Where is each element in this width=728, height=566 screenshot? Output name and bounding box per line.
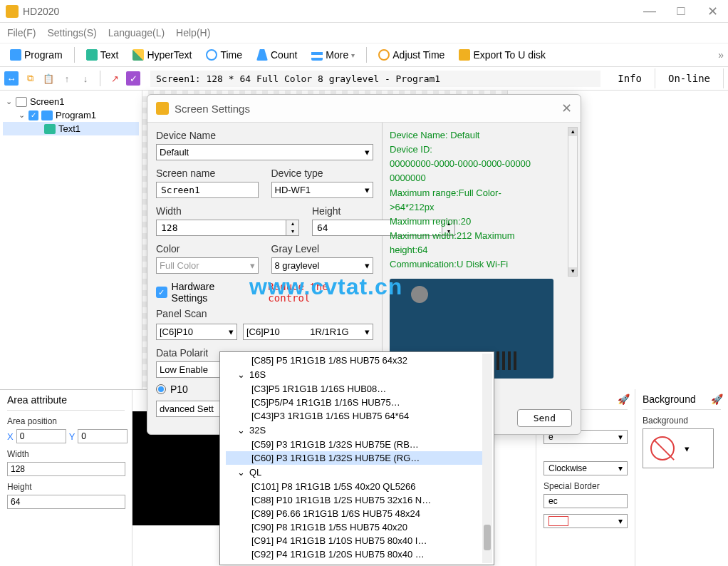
app-title: HD2020 bbox=[23, 6, 640, 17]
border-style-select[interactable]: ▾ bbox=[544, 514, 628, 528]
panel-scan-dropdown[interactable]: [C85] P5 1R1G1B 1/8S HUB75 64x32 ⌄16S [C… bbox=[219, 351, 494, 565]
count-button[interactable]: Count bbox=[251, 46, 303, 63]
disk-icon bbox=[459, 49, 470, 61]
panel-scan-a-select[interactable]: [C6]P10▾ bbox=[156, 324, 237, 340]
dd-item[interactable]: [C93] P10 1R1G1B 1/4S HUB75 32x16 N… bbox=[226, 561, 488, 565]
chevron-down-icon[interactable]: ⌄ bbox=[6, 97, 13, 106]
tb2-copy[interactable]: ⧉ bbox=[23, 71, 37, 86]
dd-group-32s[interactable]: ⌄32S bbox=[226, 423, 488, 438]
color-select[interactable]: Full Color▾ bbox=[156, 257, 259, 274]
device-type-select[interactable]: HD-WF1▾ bbox=[271, 182, 374, 198]
panel-scan-b-select[interactable]: [C6]P101R/1R1G▾ bbox=[243, 324, 373, 340]
menu-settings[interactable]: Settings(S) bbox=[47, 27, 96, 38]
area-position-label: Area position bbox=[7, 416, 125, 426]
tree-screen[interactable]: ⌄ Screen1 bbox=[3, 95, 139, 108]
screen-name-input[interactable] bbox=[156, 182, 259, 198]
dd-item[interactable]: [C101] P8 1R1G1B 1/5S 40x20 QL5266 bbox=[226, 480, 488, 493]
minimize-button[interactable]: — bbox=[640, 4, 660, 19]
ec-select[interactable]: ec bbox=[544, 494, 628, 508]
tb2-exit[interactable]: ↗ bbox=[108, 71, 122, 86]
no-background-icon[interactable] bbox=[650, 436, 675, 460]
p10-radio[interactable] bbox=[156, 384, 166, 394]
adjust-time-button[interactable]: Adjust Time bbox=[373, 46, 450, 63]
dd-item-selected[interactable]: [C60] P3 1R1G1B 1/32S HUB75E (RG… bbox=[226, 451, 488, 465]
height-input[interactable] bbox=[7, 495, 125, 509]
background-panel: Background🚀 Background ▾ bbox=[635, 389, 728, 566]
info-scrollbar[interactable]: ▴▾ bbox=[568, 127, 578, 277]
dd-item[interactable]: [C59] P3 1R1G1B 1/32S HUB75E (RB… bbox=[226, 438, 488, 451]
rocket-icon[interactable]: 🚀 bbox=[618, 393, 628, 403]
p10-label: P10 bbox=[170, 384, 188, 395]
rocket-icon[interactable]: 🚀 bbox=[711, 393, 721, 403]
separator bbox=[366, 47, 367, 63]
x-input[interactable] bbox=[16, 429, 66, 443]
tree-program[interactable]: ⌄ ✓ Program1 bbox=[3, 108, 139, 122]
dd-item[interactable]: [C90] P8 1R1G1B 1/5S HUB75 40x20 bbox=[226, 520, 488, 534]
width-label: Width bbox=[7, 449, 125, 459]
dialog-icon bbox=[156, 102, 169, 115]
dd-item[interactable]: [C3]P5 1R1G1B 1/16S HUB08… bbox=[226, 382, 488, 396]
area-attribute-title: Area attribute bbox=[7, 394, 67, 406]
program-icon bbox=[10, 49, 21, 61]
tb2-confirm[interactable]: ✓ bbox=[126, 71, 140, 86]
program-button[interactable]: Program bbox=[4, 46, 68, 63]
width-spinner[interactable]: ▴▾ bbox=[156, 220, 299, 236]
menu-file[interactable]: File(F) bbox=[7, 27, 36, 38]
program-icon bbox=[41, 110, 53, 120]
bg-dropdown-arrow[interactable]: ▾ bbox=[685, 443, 690, 454]
dd-item[interactable]: [C89] P6.66 1R1G1B 1/6S HUB75 48x24 bbox=[226, 507, 488, 520]
menubar: File(F) Settings(S) Language(L) Help(H) bbox=[0, 23, 728, 43]
chevron-down-icon[interactable]: ⌄ bbox=[19, 110, 26, 120]
dd-group-16s[interactable]: ⌄16S bbox=[226, 367, 488, 382]
tb2-down[interactable]: ↓ bbox=[78, 71, 93, 86]
hardware-checkbox[interactable]: ✓ bbox=[156, 287, 167, 298]
tree-text[interactable]: Text1 bbox=[3, 122, 139, 135]
gray-select[interactable]: 8 graylevel▾ bbox=[271, 257, 374, 274]
time-button[interactable]: Time bbox=[200, 46, 248, 63]
background-title: Background bbox=[643, 393, 696, 405]
x-label: X bbox=[7, 431, 14, 442]
checkbox-icon[interactable]: ✓ bbox=[28, 110, 38, 120]
device-type-label: Device type bbox=[271, 168, 374, 179]
device-name-label: Device Name bbox=[156, 130, 373, 141]
more-icon bbox=[311, 49, 323, 61]
dd-item[interactable]: [C88] P10 1R1G1B 1/2S HUB75 32x16 N… bbox=[226, 493, 488, 507]
tb2-paste[interactable]: 📋 bbox=[41, 71, 56, 86]
text-icon bbox=[44, 124, 56, 134]
maximize-button[interactable]: □ bbox=[671, 4, 691, 19]
hourglass-icon bbox=[256, 49, 268, 61]
dd-item[interactable]: [C5]P5/P4 1R1G1B 1/16S HUB75… bbox=[226, 396, 488, 409]
close-button[interactable]: ✕ bbox=[702, 4, 722, 19]
export-button[interactable]: Export To U disk bbox=[453, 46, 551, 63]
separator bbox=[74, 47, 75, 63]
tab-info[interactable]: Info bbox=[605, 68, 655, 88]
dd-item[interactable]: [C85] P5 1R1G1B 1/8S HUB75 64x32 bbox=[226, 354, 488, 367]
dd-item[interactable]: [C92] P4 1R1G1B 1/20S HUB75 80x40 … bbox=[226, 547, 488, 561]
red-box-icon bbox=[548, 516, 568, 526]
text-button[interactable]: Text bbox=[80, 46, 125, 63]
watermark: www.cvtat.cn bbox=[249, 274, 402, 300]
send-button[interactable]: Send bbox=[517, 409, 572, 427]
toolbar-overflow[interactable]: » bbox=[718, 49, 724, 61]
dd-group-ql[interactable]: ⌄QL bbox=[226, 465, 488, 480]
dd-item[interactable]: [C43]P3 1R1G1B 1/16S HUB75 64*64 bbox=[226, 409, 488, 423]
special-border-label: Special Border bbox=[544, 481, 628, 491]
chevron-down-icon: ⌄ bbox=[237, 369, 245, 380]
menu-help[interactable]: Help(H) bbox=[176, 27, 210, 38]
width-label: Width bbox=[156, 205, 299, 217]
y-input[interactable] bbox=[78, 429, 128, 443]
adjust-icon bbox=[378, 49, 390, 61]
more-button[interactable]: More▾ bbox=[306, 46, 360, 63]
y-label: Y bbox=[69, 431, 76, 442]
width-input[interactable] bbox=[7, 462, 125, 476]
dd-item[interactable]: [C91] P4 1R1G1B 1/10S HUB75 80x40 I… bbox=[226, 534, 488, 547]
menu-language[interactable]: Language(L) bbox=[108, 27, 165, 38]
device-name-select[interactable]: Default▾ bbox=[156, 144, 373, 160]
hypertext-button[interactable]: HyperText bbox=[127, 46, 197, 63]
dropdown-scrollbar[interactable] bbox=[482, 354, 492, 563]
dialog-close-button[interactable]: ✕ bbox=[561, 101, 572, 116]
clockwise-select[interactable]: Clockwise▾ bbox=[544, 461, 628, 475]
tab-online[interactable]: On-line bbox=[655, 68, 724, 88]
tb2-up[interactable]: ↑ bbox=[60, 71, 74, 86]
tb2-expand[interactable]: ↔ bbox=[4, 71, 19, 86]
